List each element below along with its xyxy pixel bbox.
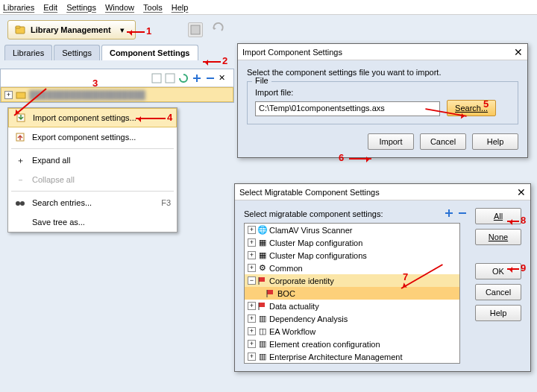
close-icon[interactable]: ✕ — [517, 186, 526, 198]
globe-icon: 🌐 — [257, 225, 268, 235]
import-dialog-instruction: Select the component settings file you w… — [247, 68, 518, 77]
ctx-search-shortcut: F3 — [161, 198, 171, 207]
svg-rect-12 — [267, 290, 273, 294]
ok-button[interactable]: OK — [475, 263, 521, 279]
tree-node-clamav[interactable]: +🌐ClamAV Virus Scanner — [245, 224, 459, 236]
tool-icon-1[interactable] — [151, 73, 162, 83]
ctx-save-tree-as[interactable]: Save tree as... — [8, 212, 177, 232]
search-file-button[interactable]: Search... — [447, 100, 496, 116]
expander-icon[interactable]: + — [248, 353, 256, 361]
select-none-button[interactable]: None — [475, 229, 521, 245]
remove-node-icon[interactable] — [457, 208, 468, 220]
svg-rect-1 — [16, 26, 20, 28]
expander-icon[interactable]: + — [248, 340, 256, 348]
expander-icon[interactable]: − — [248, 276, 256, 285]
add-icon[interactable] — [192, 73, 202, 83]
tab-settings[interactable]: Settings — [54, 45, 100, 60]
svg-rect-4 — [166, 74, 175, 83]
ctx-collapse-label: Collapse all — [32, 175, 75, 184]
import-icon — [15, 112, 27, 124]
menu-window[interactable]: Window — [105, 3, 134, 12]
menu-help[interactable]: Help — [172, 3, 189, 12]
tree-node-ea-workflow[interactable]: +◫EA Workflow — [245, 325, 459, 338]
library-management-label: Library Management — [31, 25, 111, 34]
expander-icon[interactable]: + — [248, 327, 256, 335]
node-label: ClamAV Virus Scanner — [269, 226, 352, 235]
select-dialog-titlebar[interactable]: Select Migratable Component Settings ✕ — [235, 184, 530, 200]
file-fieldset: File Import file: C:\Temp\01componentset… — [247, 81, 518, 124]
tree-node-common[interactable]: +⚙Common — [245, 262, 459, 274]
import-dialog-title: Import Component Settings — [242, 48, 342, 57]
expander-icon[interactable]: + — [248, 226, 256, 234]
menu-tools[interactable]: Tools — [143, 3, 163, 12]
tree-node-dependency-analysis[interactable]: +▥Dependency Analysis — [245, 312, 459, 325]
blank-icon — [14, 216, 26, 228]
tree-node-element-creation[interactable]: +▥Element creation configuration — [245, 338, 459, 350]
workflow-icon: ◫ — [257, 326, 268, 337]
ctx-search-entries[interactable]: Search entries... F3 — [8, 193, 177, 212]
expander-icon[interactable]: + — [248, 302, 256, 310]
save-icon[interactable] — [188, 22, 203, 37]
close-panel-icon[interactable]: ✕ — [219, 73, 229, 83]
add-node-icon[interactable] — [444, 208, 454, 220]
tree-node-boc[interactable]: BOC — [245, 287, 459, 300]
tree-node-data-actuality[interactable]: +Data actuality — [245, 300, 459, 312]
ctx-search-label: Search entries... — [32, 198, 92, 207]
expander-icon[interactable]: + — [4, 91, 13, 99]
doc-icon: ▥ — [257, 352, 268, 362]
import-component-settings-dialog: Import Component Settings ✕ Select the c… — [237, 43, 528, 158]
svg-rect-10 — [259, 277, 265, 282]
migratable-tree[interactable]: +🌐ClamAV Virus Scanner +▦Cluster Map con… — [244, 223, 460, 364]
tab-component-settings[interactable]: Component Settings — [101, 45, 198, 60]
grid-icon: ▦ — [257, 238, 268, 248]
menu-edit[interactable]: Edit — [43, 3, 57, 12]
tool-icon-2[interactable] — [165, 73, 175, 83]
expander-icon[interactable]: + — [248, 238, 256, 247]
svg-rect-5 — [16, 92, 25, 98]
separator — [11, 191, 174, 192]
main-toolbar: Library Management ▾ — [0, 15, 537, 45]
close-icon[interactable]: ✕ — [514, 46, 523, 58]
import-file-input[interactable]: C:\Temp\01componentsettings.axs — [255, 101, 440, 116]
menu-libraries[interactable]: Libraries — [3, 3, 34, 12]
ctx-import-component-settings[interactable]: Import component settings... — [8, 108, 177, 127]
binoculars-icon — [14, 197, 26, 209]
flag-icon — [257, 276, 268, 286]
menu-settings[interactable]: Settings — [66, 3, 96, 12]
select-migratable-dialog: Select Migratable Component Settings ✕ S… — [234, 183, 531, 372]
import-button[interactable]: Import — [368, 133, 414, 150]
ctx-expand-all[interactable]: ＋ Expand all — [8, 151, 177, 170]
refresh-icon[interactable] — [178, 73, 189, 83]
node-label: Enterprise Architecture Management — [269, 353, 403, 361]
svg-point-9 — [20, 201, 25, 206]
cancel-button[interactable]: Cancel — [475, 284, 521, 300]
plus-icon: ＋ — [14, 154, 26, 166]
tree-node-eam[interactable]: +▥Enterprise Architecture Management — [245, 350, 459, 363]
expander-icon[interactable]: + — [248, 251, 256, 259]
doc-icon: ▥ — [257, 339, 268, 350]
node-label: BOC — [277, 289, 295, 298]
expander-icon[interactable]: + — [248, 264, 256, 272]
node-label: Element creation configuration — [269, 340, 380, 349]
tree-root-row[interactable]: + ████████████████████ — [1, 87, 233, 102]
svg-point-8 — [16, 201, 20, 206]
import-dialog-titlebar[interactable]: Import Component Settings ✕ — [238, 44, 527, 60]
node-label: EA Workflow — [269, 327, 315, 336]
svg-rect-3 — [152, 74, 161, 83]
remove-icon[interactable] — [205, 73, 216, 83]
select-all-button[interactable]: All — [475, 208, 521, 224]
library-management-dropdown[interactable]: Library Management ▾ — [7, 20, 136, 39]
tree-node-corporate-identity[interactable]: −Corporate identity — [245, 274, 459, 287]
ctx-expand-label: Expand all — [32, 156, 70, 165]
node-label: Corporate identity — [269, 276, 334, 285]
separator — [11, 148, 174, 149]
tab-libraries[interactable]: Libraries — [4, 45, 52, 60]
cancel-button[interactable]: Cancel — [420, 133, 466, 150]
undo-icon[interactable] — [210, 22, 225, 38]
tree-node-clustermap-cfg[interactable]: +▦Cluster Map configuration — [245, 236, 459, 249]
help-button[interactable]: Help — [475, 305, 521, 321]
tree-node-clustermap-cfgs[interactable]: +▦Cluster Map configurations — [245, 249, 459, 262]
help-button[interactable]: Help — [472, 133, 518, 150]
expander-icon[interactable]: + — [248, 314, 256, 323]
ctx-export-component-settings[interactable]: Export component settings... — [8, 127, 177, 147]
